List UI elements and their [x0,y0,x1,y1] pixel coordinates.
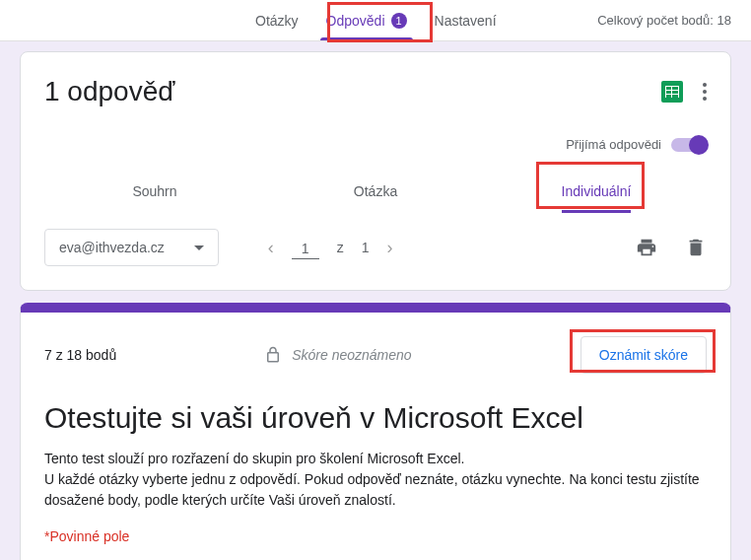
print-icon[interactable] [636,237,657,258]
form-title: Otestujte si vaši úroveň v Microsoft Exc… [44,401,707,435]
tab-settings[interactable]: Nastavení [421,0,511,40]
score-text: 7 z 18 bodů [44,347,116,363]
responses-title: 1 odpověď [44,76,174,107]
inner-tab-label: Souhrn [132,183,176,199]
tab-label: Nastavení [435,13,497,29]
sheets-icon[interactable] [661,81,683,103]
accepting-responses-toggle[interactable] [671,138,707,152]
tab-label: Otázky [255,13,299,29]
next-response-button[interactable]: › [386,238,392,258]
lock-icon [264,346,282,364]
chevron-down-icon [194,245,204,250]
respondent-email: eva@ithvezda.cz [59,240,165,255]
delete-icon[interactable] [685,237,707,258]
annotation-highlight [327,2,433,42]
total-pages: 1 [362,240,370,255]
inner-tab-summary[interactable]: Souhrn [44,172,265,211]
pager-separator: z [337,240,344,255]
inner-tab-label: Otázka [354,183,397,199]
more-icon[interactable] [703,90,707,94]
current-page[interactable]: 1 [292,237,319,259]
total-score-label: Celkový počet bodů: 18 [597,13,731,28]
score-status: Skóre neoznámeno [292,347,411,363]
annotation-highlight [536,162,645,209]
accepting-responses-label: Přijímá odpovědi [566,137,661,152]
tab-questions[interactable]: Otázky [241,0,312,40]
prev-response-button[interactable]: ‹ [268,238,274,258]
required-label: *Povinné pole [44,528,707,544]
respondent-select[interactable]: eva@ithvezda.cz [44,229,219,266]
annotation-highlight [570,329,716,373]
inner-tab-question[interactable]: Otázka [265,172,486,211]
form-description: Tento test slouží pro rozřazení do skupi… [44,449,707,511]
